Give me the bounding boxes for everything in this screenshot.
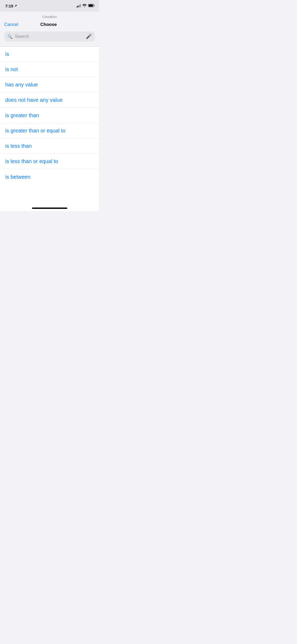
list-item-label-is-less-than-or-equal-to: is less than or equal to	[5, 158, 58, 164]
list-item-is-less-than-or-equal-to[interactable]: is less than or equal to	[0, 154, 99, 169]
list-item-label-does-not-have-any-value: does not have any value	[5, 97, 63, 103]
status-icons	[77, 3, 95, 8]
list-item-is[interactable]: is	[0, 47, 99, 62]
list-item-is-less-than[interactable]: is less than	[0, 139, 99, 154]
search-input[interactable]	[15, 34, 84, 39]
list-item-label-is-greater-than-or-equal-to: is greater than or equal to	[5, 128, 65, 134]
status-bar: 7:15 ↗	[0, 0, 99, 12]
search-container: 🔍 🎤	[0, 31, 99, 44]
home-indicator	[32, 208, 67, 209]
list-item-is-not[interactable]: is not	[0, 62, 99, 77]
home-indicator-area	[0, 185, 99, 211]
nav-title: Choose	[40, 22, 57, 27]
cancel-button[interactable]: Cancel	[4, 21, 18, 28]
list-item-is-between[interactable]: is between	[0, 169, 99, 185]
list-item-has-any-value[interactable]: has any value	[0, 77, 99, 93]
list-container: isis nothas any valuedoes not have any v…	[0, 47, 99, 185]
wifi-icon	[82, 3, 87, 8]
svg-rect-1	[89, 4, 93, 7]
list-item-is-greater-than-or-equal-to[interactable]: is greater than or equal to	[0, 123, 99, 139]
nav-row: Cancel Choose	[0, 20, 99, 31]
location-icon: ↗	[14, 4, 17, 8]
list-item-label-is-greater-than: is greater than	[5, 112, 39, 118]
status-time: 7:15 ↗	[5, 4, 17, 8]
list-item-label-has-any-value: has any value	[5, 82, 38, 88]
battery-icon	[88, 3, 95, 8]
list-item-label-is-between: is between	[5, 174, 31, 180]
signal-icon	[77, 4, 81, 7]
list-item-is-greater-than[interactable]: is greater than	[0, 108, 99, 123]
search-icon: 🔍	[7, 34, 13, 39]
list-item-does-not-have-any-value[interactable]: does not have any value	[0, 93, 99, 108]
mic-icon[interactable]: 🎤	[86, 34, 92, 39]
header-container: Condition Cancel Choose 🔍 🎤	[0, 12, 99, 46]
list-item-label-is: is	[5, 51, 9, 57]
subtitle: Condition	[0, 12, 99, 20]
list-item-label-is-less-than: is less than	[5, 143, 32, 149]
search-bar: 🔍 🎤	[4, 31, 95, 42]
list-item-label-is-not: is not	[5, 66, 18, 72]
